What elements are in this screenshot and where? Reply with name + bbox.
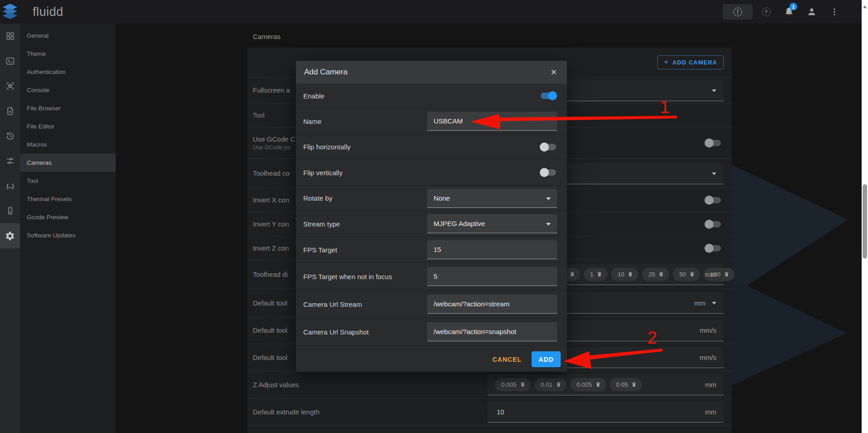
invert-z-toggle[interactable]: [705, 244, 722, 253]
invert-y-toggle[interactable]: [705, 220, 722, 229]
tune-sliders-icon: [5, 156, 15, 166]
topbar-actions: 1: [723, 3, 862, 21]
fluidd-logo-icon[interactable]: [0, 4, 20, 20]
trash-icon[interactable]: [556, 381, 562, 388]
braces-icon: {...}: [6, 182, 14, 189]
add-camera-button[interactable]: + ADD CAMERA: [657, 55, 724, 69]
flip-vertical-toggle[interactable]: [540, 168, 557, 177]
server-tower-icon: [5, 206, 15, 216]
app-title: fluidd: [33, 5, 64, 19]
rotate-by-select[interactable]: None: [427, 189, 557, 208]
menu-item-file-browser[interactable]: File Browser: [20, 99, 116, 117]
z-adjust-chip[interactable]: 0.05: [610, 378, 642, 391]
user-button[interactable]: [803, 3, 821, 21]
trash-icon[interactable]: [724, 271, 730, 277]
fluidd-settings-screen: fluidd 1: [0, 0, 868, 433]
menu-item-macros[interactable]: Macros: [20, 135, 116, 153]
stream-type-select[interactable]: MJPEG Adaptive: [427, 214, 557, 233]
trash-icon[interactable]: [631, 381, 637, 388]
nav-tune[interactable]: [0, 148, 20, 173]
file-document-icon: [5, 106, 15, 116]
dashboard-icon: [5, 31, 15, 41]
z-adjust-chip[interactable]: 0.005: [495, 378, 531, 391]
z-adjust-chip[interactable]: 0.01: [534, 378, 567, 391]
page-scrollbar[interactable]: [862, 0, 868, 433]
dialog-header: Add Camera ✕: [296, 61, 567, 84]
camera-url-snapshot-input[interactable]: [427, 328, 557, 335]
menu-item-general[interactable]: General: [20, 26, 116, 44]
dialog-row-enable: Enable: [296, 84, 567, 108]
dialog-title: Add Camera: [304, 68, 549, 77]
dialog-footer: CANCEL ADD: [296, 346, 567, 373]
menu-item-console[interactable]: Console: [20, 81, 116, 99]
trash-icon[interactable]: [658, 271, 664, 277]
console-icon: [5, 56, 15, 66]
dialog-row-fps-target: FPS Target: [296, 237, 567, 263]
camera-url-stream-input[interactable]: [427, 300, 557, 308]
invert-x-toggle[interactable]: [705, 196, 722, 205]
trash-icon[interactable]: [520, 381, 526, 388]
chevron-down-icon: [546, 223, 551, 228]
scrollbar-thumb[interactable]: [863, 184, 867, 259]
trash-icon[interactable]: [627, 271, 633, 277]
menu-item-tool[interactable]: Tool: [20, 172, 116, 190]
distance-chip[interactable]: 1: [584, 268, 608, 281]
menu-item-cameras[interactable]: Cameras: [20, 153, 116, 172]
nav-gcode-preview[interactable]: [0, 74, 20, 98]
update-icon: [761, 6, 772, 17]
update-button[interactable]: [757, 3, 775, 21]
more-menu-button[interactable]: [825, 3, 843, 21]
menu-item-thermal-presets[interactable]: Thermal Presets: [20, 190, 116, 208]
menu-item-file-editor[interactable]: File Editor: [20, 117, 116, 135]
dialog-row-url-stream: Camera Url Stream: [296, 290, 567, 318]
camera-name-input[interactable]: [427, 117, 557, 125]
nav-file-browser[interactable]: [0, 98, 20, 123]
trash-icon[interactable]: [569, 271, 575, 277]
dialog-row-flip-vertical: Flip vertically: [296, 160, 567, 186]
fps-unfocused-input[interactable]: [427, 272, 557, 280]
cancel-button[interactable]: CANCEL: [493, 356, 522, 363]
menu-item-authentication[interactable]: Authentication: [20, 63, 116, 81]
dialog-row-name: Name: [296, 108, 567, 134]
cube-scan-icon: [5, 81, 15, 91]
trash-icon[interactable]: [597, 271, 602, 277]
notifications-button[interactable]: 1: [780, 3, 798, 21]
nav-configure[interactable]: {...}: [0, 173, 20, 198]
trash-icon[interactable]: [595, 381, 601, 388]
add-camera-dialog: Add Camera ✕ Enable Name Flip horizontal…: [296, 61, 567, 372]
distance-chip[interactable]: 10: [611, 268, 638, 281]
emergency-stop-button[interactable]: [723, 4, 753, 20]
dialog-row-rotate: Rotate by None: [296, 186, 567, 211]
fluidd-watermark: [731, 164, 848, 296]
menu-item-gcode-preview[interactable]: Gcode Preview: [20, 208, 116, 226]
page-title: Cameras: [253, 33, 281, 40]
trash-icon[interactable]: [689, 271, 695, 277]
menu-item-theme[interactable]: Theme: [20, 44, 116, 63]
chevron-down-icon: [546, 197, 551, 202]
fluidd-logo-icon: [3, 4, 17, 20]
use-gcode-toggle[interactable]: [705, 138, 722, 148]
notification-badge: 1: [789, 3, 797, 10]
flip-horizontal-toggle[interactable]: [540, 143, 557, 152]
enable-toggle[interactable]: [540, 91, 557, 100]
extrude-length-input[interactable]: 10 mm: [488, 401, 724, 423]
distance-chip[interactable]: 50: [673, 268, 700, 281]
chevron-down-icon: [712, 89, 716, 94]
close-icon[interactable]: ✕: [549, 66, 559, 79]
chevron-down-icon: [712, 172, 716, 177]
plus-icon: +: [664, 58, 669, 67]
nav-history[interactable]: [0, 123, 20, 148]
chevron-down-icon: [712, 302, 716, 307]
fps-target-input[interactable]: [427, 246, 557, 253]
menu-item-software-updates[interactable]: Software Updates: [20, 226, 116, 244]
distance-chip[interactable]: 25: [642, 268, 669, 281]
add-button[interactable]: ADD: [532, 351, 561, 367]
user-icon: [806, 6, 817, 17]
scroll-up-arrow-icon[interactable]: [863, 4, 867, 8]
nav-dashboard[interactable]: [0, 24, 20, 49]
nav-console[interactable]: [0, 49, 20, 74]
z-adjust-chip[interactable]: 0.025: [570, 378, 606, 391]
nav-system[interactable]: [0, 198, 20, 223]
z-adjust-chips: 0.005 0.01 0.025 0.05: [488, 378, 642, 391]
nav-settings[interactable]: [0, 223, 20, 248]
